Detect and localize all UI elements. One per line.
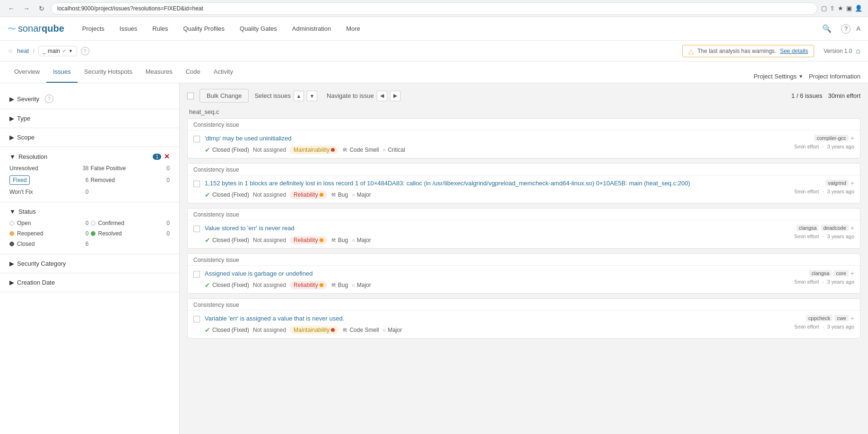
star-icon[interactable]: ☆ xyxy=(8,47,13,54)
issue-effort-time: 5min effort · 3 years ago xyxy=(795,189,854,194)
issue-card: Consistency issue Value stored to 'err' … xyxy=(187,208,860,248)
issue-card: Consistency issue 'dtmp' may be used uni… xyxy=(187,118,860,158)
severity-icon: ○ xyxy=(382,327,386,333)
resolution-unresolved[interactable]: Unresolved 38 xyxy=(9,164,89,173)
select-issues-group: Select issues ▲ ▼ xyxy=(254,91,317,101)
nav-quality-gates[interactable]: Quality Gates xyxy=(237,23,280,34)
false-positive-count: 0 xyxy=(166,165,170,172)
branch-chevron-icon: ▼ xyxy=(69,49,73,53)
nav-issues[interactable]: Issues xyxy=(117,23,140,34)
help-icon[interactable]: ? xyxy=(841,24,851,34)
resolution-false-positive[interactable]: False Positive 0 xyxy=(91,164,170,173)
issue-main: Value stored to 'err' is never read ✔ Cl… xyxy=(205,224,790,244)
issue-checkbox[interactable] xyxy=(193,136,200,142)
filter-severity-header[interactable]: ▶ Severity ? xyxy=(9,95,170,103)
nav-rules[interactable]: Rules xyxy=(149,23,171,34)
resolution-clear-icon[interactable]: ✕ xyxy=(164,153,170,160)
add-tag-button[interactable]: + xyxy=(851,134,854,142)
issue-checkbox[interactable] xyxy=(193,271,200,278)
tab-security-hotspots[interactable]: Security Hotspots xyxy=(78,61,139,83)
tab-measures[interactable]: Measures xyxy=(139,61,179,83)
confirmed-count: 0 xyxy=(166,220,170,226)
file-name: heat_seq.c xyxy=(187,108,860,115)
issue-title[interactable]: Value stored to 'err' is never read xyxy=(205,224,790,233)
add-tag-button[interactable]: + xyxy=(851,269,854,277)
tab-activity[interactable]: Activity xyxy=(207,61,240,83)
status-confirmed[interactable]: Confirmed 0 xyxy=(91,219,170,227)
nav-administration[interactable]: Administration xyxy=(289,23,334,34)
branch-selector[interactable]: ⎯ main ✓ ▼ xyxy=(38,46,77,56)
open-label: Open xyxy=(17,220,31,226)
browser-bar: ← → ↻ localhost:9000/project/issues?reso… xyxy=(0,0,868,17)
issue-checkbox[interactable] xyxy=(193,181,200,187)
share-icon: ⇧ xyxy=(830,5,835,12)
meta-type: 🛠 Bug xyxy=(331,191,348,198)
nav-more[interactable]: More xyxy=(343,23,363,34)
check-circle-icon: ✔ xyxy=(205,146,210,154)
filter-type-header[interactable]: ▶ Type xyxy=(9,115,170,122)
select-prev-button[interactable]: ▲ xyxy=(294,91,304,101)
bulk-change-button[interactable]: Bulk Change xyxy=(200,89,249,103)
tab-issues[interactable]: Issues xyxy=(46,61,78,83)
help-circle-icon[interactable]: ? xyxy=(81,47,89,55)
filter-resolution-header[interactable]: ▼ Resolution 1 ✕ xyxy=(9,153,170,160)
nav-quality-profiles[interactable]: Quality Profiles xyxy=(181,23,227,34)
closed-dot-icon xyxy=(9,242,14,246)
issue-effort-time: 5min effort · 3 years ago xyxy=(795,234,854,239)
severity-value: Major xyxy=(357,237,371,243)
tag-label: cppcheck xyxy=(806,315,833,321)
filter-security-category-header[interactable]: ▶ Security Category xyxy=(9,260,170,267)
meta-type: 🛠 Bug xyxy=(331,237,348,243)
status-reopened[interactable]: Reopened 0 xyxy=(9,229,89,238)
issue-tags-right: clangsacore + xyxy=(809,269,854,277)
filter-scope-header[interactable]: ▶ Scope xyxy=(9,134,170,141)
back-button[interactable]: ← xyxy=(6,3,17,14)
issue-checkbox[interactable] xyxy=(193,316,200,322)
issue-checkbox[interactable] xyxy=(193,226,200,232)
issue-effort: 5min effort xyxy=(795,279,819,285)
select-next-button[interactable]: ▼ xyxy=(307,91,317,101)
project-information-button[interactable]: Project Information xyxy=(809,73,860,80)
status-resolved[interactable]: Resolved 0 xyxy=(91,229,170,238)
user-icon[interactable]: A xyxy=(856,25,860,32)
profile-icon: 👤 xyxy=(855,5,862,12)
filter-creation-date-section: ▶ Creation Date xyxy=(0,273,179,292)
add-tag-button[interactable]: + xyxy=(851,179,854,187)
resolution-wont-fix[interactable]: Won't Fix 0 xyxy=(9,188,89,196)
logo-text: sonarqube xyxy=(18,23,64,34)
issue-category: Consistency issue xyxy=(188,164,860,175)
not-assigned: Not assigned xyxy=(253,282,286,288)
issue-title[interactable]: 1,152 bytes in 1 blocks are definitely l… xyxy=(205,179,790,188)
issue-title[interactable]: 'dtmp' may be used uninitialized xyxy=(205,134,790,143)
resolution-removed[interactable]: Removed 0 xyxy=(91,174,170,186)
nav-projects[interactable]: Projects xyxy=(79,23,107,34)
add-tag-button[interactable]: + xyxy=(851,314,854,322)
see-details-link[interactable]: See details xyxy=(780,48,808,54)
forward-button[interactable]: → xyxy=(21,3,32,14)
resolution-fixed[interactable]: Fixed 6 xyxy=(9,174,89,186)
tab-overview[interactable]: Overview xyxy=(8,61,46,83)
filter-status-header[interactable]: ▼ Status xyxy=(9,208,170,215)
select-all-checkbox[interactable] xyxy=(187,93,194,99)
meta-severity: ○ Major xyxy=(382,327,402,333)
tag-label: valgrind xyxy=(825,180,849,186)
filter-creation-date-header[interactable]: ▶ Creation Date xyxy=(9,279,170,286)
status-closed[interactable]: Closed 6 xyxy=(9,240,89,248)
navigate-prev-button[interactable]: ◀ xyxy=(377,91,387,101)
severity-help-icon[interactable]: ? xyxy=(45,95,53,103)
not-assigned: Not assigned xyxy=(253,237,286,243)
project-settings-button[interactable]: Project Settings ▼ xyxy=(754,73,803,80)
issue-effort: 5min effort xyxy=(795,189,819,194)
search-icon[interactable]: 🔍 xyxy=(822,24,832,33)
url-bar[interactable]: localhost:9000/project/issues?resolution… xyxy=(51,2,817,15)
status-open[interactable]: Open 0 xyxy=(9,219,89,227)
home-icon[interactable]: ⌂ xyxy=(856,47,860,55)
refresh-button[interactable]: ↻ xyxy=(36,3,47,14)
tab-code[interactable]: Code xyxy=(179,61,207,83)
navigate-next-button[interactable]: ▶ xyxy=(390,91,400,101)
project-name[interactable]: heat xyxy=(17,47,29,54)
security-category-label: Security Category xyxy=(17,260,66,267)
issue-title[interactable]: Variable 'err' is assigned a value that … xyxy=(205,314,790,323)
add-tag-button[interactable]: + xyxy=(851,224,854,232)
issue-title[interactable]: Assigned value is garbage or undefined xyxy=(205,269,790,278)
